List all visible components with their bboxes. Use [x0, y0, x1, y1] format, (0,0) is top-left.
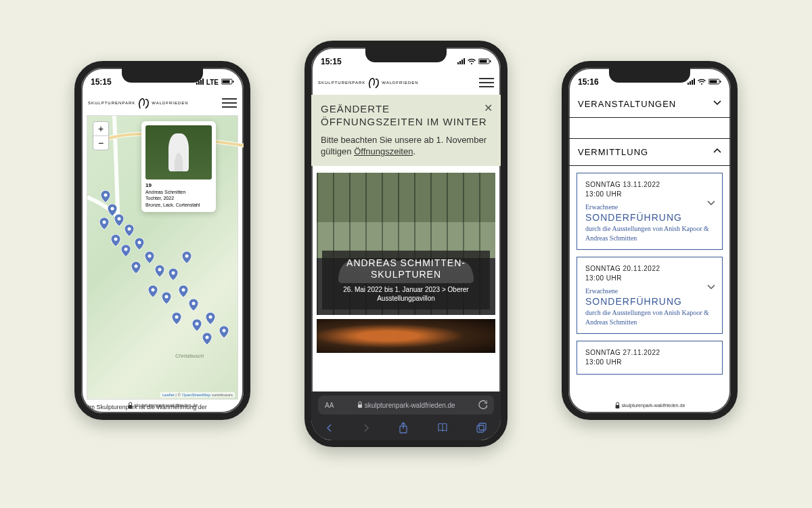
hero-card-2[interactable] [317, 319, 495, 353]
map-marker[interactable] [111, 234, 120, 247]
safari-chrome: AA skulpturenpark-waldfrieden.de [311, 391, 501, 440]
battery-icon [708, 79, 721, 86]
bookmarks-icon[interactable] [437, 422, 448, 436]
accordion-education[interactable]: VERMITTLUNG [568, 138, 731, 166]
map-attribution: Leaflet | © OpenStreetMap contributors [160, 392, 235, 398]
map[interactable]: + − [87, 115, 238, 400]
event-time: 13:00 UHR [585, 190, 714, 199]
event-card[interactable]: SONNTAG 20.11.2022 13:00 UHR Erwachsene … [577, 257, 723, 334]
hero-subtitle: 26. Mai 2022 bis 1. Januar 2023 > Oberer… [326, 285, 486, 303]
text-size-button[interactable]: AA [325, 402, 334, 409]
lock-icon [357, 401, 362, 409]
notice-banner: ✕ GEÄNDERTE ÖFFNUNGSZEITEN IM WINTER Bit… [311, 95, 501, 166]
event-title: SONDERFÜHRUNG [585, 212, 714, 223]
lock-icon [614, 402, 620, 409]
map-marker[interactable] [172, 312, 181, 324]
notice-title: GEÄNDERTE ÖFFNUNGSZEITEN IM WINTER [321, 103, 491, 129]
back-button[interactable] [325, 423, 334, 435]
event-title: SONDERFÜHRUNG [585, 296, 714, 307]
wifi-icon [468, 58, 476, 66]
wifi-icon [698, 79, 706, 86]
share-icon[interactable] [398, 422, 409, 436]
map-marker[interactable] [189, 299, 198, 311]
map-marker[interactable] [135, 238, 144, 250]
accordion-label: VERMITTLUNG [578, 147, 648, 157]
zoom-in-button[interactable]: + [93, 122, 108, 136]
site-header: SKULPTURENPARK WALDFRIEDEN [81, 91, 244, 115]
map-marker[interactable] [125, 224, 134, 236]
chevron-down-icon [707, 282, 715, 294]
site-logo[interactable]: SKULPTURENPARK WALDFRIEDEN [318, 76, 419, 89]
event-time: 13:00 UHR [585, 358, 714, 367]
hero-overlay: ANDREAS SCHMITTEN-SKULPTUREN 26. Mai 202… [322, 251, 490, 310]
map-marker[interactable] [182, 251, 191, 263]
popup-number: 19 [145, 182, 152, 188]
chevron-down-icon [707, 198, 715, 210]
map-marker[interactable] [145, 251, 154, 263]
chevron-down-icon [713, 99, 721, 109]
map-marker[interactable] [219, 326, 229, 338]
reload-icon[interactable] [478, 400, 487, 410]
logo-mark-icon [137, 96, 150, 110]
site-logo[interactable]: SKULPTURENPARK WALDFRIEDEN [88, 96, 189, 110]
clock: 15:16 [578, 77, 599, 87]
network-label: LTE [206, 79, 219, 86]
map-marker[interactable] [131, 261, 141, 274]
accordion-label: VERANSTALTUNGEN [578, 99, 676, 109]
event-audience: Erwachsene [585, 203, 714, 211]
map-marker[interactable] [192, 319, 202, 331]
map-marker[interactable] [121, 245, 131, 257]
signal-icon [457, 58, 465, 66]
clock: 15:15 [321, 57, 342, 66]
battery-icon [478, 58, 491, 66]
site-header: SKULPTURENPARK WALDFRIEDEN [311, 70, 501, 95]
event-subtitle: durch die Ausstellungen von Anish Kapoor… [585, 224, 714, 242]
address-host: skulpturenpark-waldfrieden.de [135, 403, 198, 408]
map-popup: 19 Andreas Schmitten Tochter, 2022 Bronz… [141, 121, 216, 212]
event-audience: Erwachsene [585, 287, 714, 295]
map-marker[interactable] [155, 265, 164, 277]
map-marker[interactable] [202, 333, 212, 345]
hours-link[interactable]: Öffnungszeiten [354, 146, 413, 156]
lock-icon [127, 402, 133, 409]
map-marker[interactable] [101, 190, 110, 203]
menu-button[interactable] [222, 98, 237, 108]
map-marker[interactable] [179, 285, 188, 297]
hero-card[interactable]: ANDREAS SCHMITTEN-SKULPTUREN 26. Mai 202… [317, 173, 495, 315]
map-marker[interactable] [168, 268, 178, 280]
notice-body: Bitte beachten Sie unsere ab 1. November… [321, 134, 491, 158]
accordion-events[interactable]: VERANSTALTUNGEN [568, 91, 731, 118]
event-date: SONNTAG 27.11.2022 [585, 348, 714, 358]
hero-title: ANDREAS SCHMITTEN-SKULPTUREN [326, 257, 486, 281]
map-marker[interactable] [162, 292, 171, 304]
map-marker[interactable] [148, 285, 158, 297]
address-bar[interactable]: AA skulpturenpark-waldfrieden.de [318, 396, 494, 415]
address-host: skulpturenpark-waldfrieden.de [365, 402, 455, 409]
logo-mark-icon [367, 76, 380, 89]
menu-button[interactable] [479, 78, 494, 87]
map-marker[interactable] [206, 312, 215, 324]
map-place-label: Christbusch [175, 353, 204, 359]
event-date: SONNTAG 13.11.2022 [585, 180, 714, 190]
event-time: 13:00 UHR [585, 274, 714, 283]
map-marker[interactable] [114, 214, 124, 226]
zoom-out-button[interactable]: − [93, 136, 108, 150]
map-marker[interactable] [99, 217, 109, 230]
leaflet-link[interactable]: Leaflet [162, 393, 175, 397]
popup-thumbnail [145, 125, 212, 179]
close-icon[interactable]: ✕ [484, 102, 493, 114]
popup-artist: Andreas Schmitten [145, 190, 185, 194]
event-card[interactable]: SONNTAG 13.11.2022 13:00 UHR Erwachsene … [577, 173, 723, 250]
forward-button[interactable] [362, 423, 370, 435]
osm-link[interactable]: OpenStreetMap [182, 393, 210, 397]
chevron-up-icon [713, 147, 721, 157]
event-card[interactable]: SONNTAG 27.11.2022 13:00 UHR [577, 341, 723, 375]
safari-toolbar [311, 419, 501, 439]
clock: 15:15 [91, 77, 112, 87]
tabs-icon[interactable] [476, 423, 487, 436]
popup-title: Tochter, 2022 [145, 196, 174, 200]
address-bar[interactable]: skulpturenpark-waldfrieden.de [614, 402, 685, 409]
zoom-control: + − [93, 121, 109, 150]
address-bar[interactable]: skulpturenpark-waldfrieden.de [127, 402, 198, 409]
address-host: skulpturenpark-waldfrieden.de [622, 403, 685, 408]
